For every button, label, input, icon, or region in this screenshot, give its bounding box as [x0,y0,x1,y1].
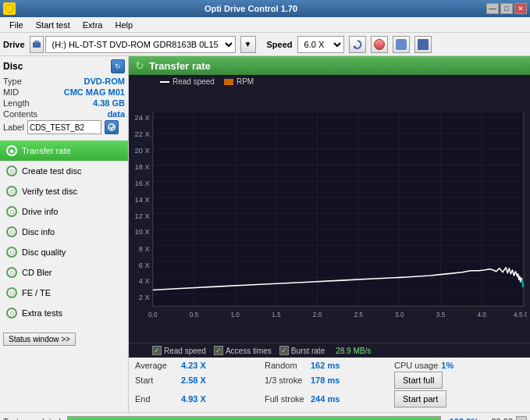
stat-stroke1: 1/3 stroke 178 ms [265,372,394,389]
label-button[interactable] [105,120,119,134]
menu-help[interactable]: Help [108,19,139,31]
svg-text:2 X: 2 X [139,294,150,301]
drive-info-icon: ○ [6,206,17,217]
cb-read-speed[interactable]: ✓ Read speed [152,346,206,355]
stats-area: Average 4.23 X Random 162 ms CPU usage 1… [129,358,530,412]
cb-access-times-box[interactable]: ✓ [214,346,223,355]
svg-text:2.0: 2.0 [313,311,322,319]
stat-cpu: CPU usage 1% [394,361,524,370]
label-input[interactable] [27,120,101,134]
svg-text:2.5: 2.5 [354,311,363,319]
window-title: Opti Drive Control 1.70 [16,4,486,13]
stats-row-2: Start 2.58 X 1/3 stroke 178 ms Start ful… [135,372,524,389]
nav-transfer-rate[interactable]: ● Transfer rate [0,141,128,161]
nav-fe-te-label: FE / TE [22,288,51,297]
close-button[interactable]: ✕ [514,3,527,14]
cb-burst-rate[interactable]: ✓ Burst rate [279,346,325,355]
stat-full-stroke: Full stroke 244 ms [265,390,394,408]
random-label: Random [265,361,308,370]
erase-button[interactable] [371,36,388,53]
stat-end: End 4.93 X [135,390,265,408]
nav-verify-test-disc[interactable]: ○ Verify test disc [0,181,128,201]
settings-button[interactable] [393,36,410,53]
svg-text:3.5: 3.5 [436,311,446,319]
minimize-button[interactable]: — [486,3,499,14]
menu-start-test[interactable]: Start test [30,19,76,31]
stroke1-value: 178 ms [311,376,340,385]
save-button[interactable] [414,36,432,53]
nav-verify-test-disc-label: Verify test disc [22,187,77,196]
cb-burst-rate-check: ✓ [281,347,287,354]
status-bar: Test completed 100.0% 00:03 [0,412,530,420]
fe-te-icon: ○ [6,287,17,298]
nav-transfer-rate-label: Transfer rate [22,146,71,155]
maximize-button[interactable]: □ [500,3,513,14]
disc-mid-row: MID CMC MAG M01 [3,87,125,97]
start-part-button[interactable]: Start part [394,390,446,408]
nav-create-test-disc[interactable]: ○ Create test disc [0,161,128,181]
status-icon [516,416,527,421]
nav-disc-info-label: Disc info [22,227,55,237]
mid-label: MID [3,87,19,97]
nav-drive-info[interactable]: ○ Drive info [0,201,128,222]
drive-arrow-button[interactable]: ▼ [240,36,256,53]
start-full-button[interactable]: Start full [394,372,443,389]
chart-checkboxes: ✓ Read speed ✓ Access times ✓ Burst rate [129,343,530,358]
svg-rect-2 [34,41,39,43]
status-window-button[interactable]: Status window >> [3,333,76,346]
svg-text:16 X: 16 X [135,180,150,187]
chart-svg: 24 X 22 X 20 X 18 X 16 X 14 X 12 X 10 X … [132,88,527,343]
nav-disc-quality-label: Disc quality [22,247,66,257]
svg-text:24 X: 24 X [135,114,150,122]
disc-refresh-button[interactable]: ↻ [111,59,125,73]
disc-info-icon: ○ [6,226,17,237]
stroke1-label: 1/3 stroke [265,376,308,385]
menu-extra[interactable]: Extra [76,19,109,31]
length-label: Length [3,98,30,108]
chart-container: Read speed RPM 24 X 22 X 20 X 1 [129,75,530,358]
speed-select[interactable]: 6.0 X [297,36,344,53]
svg-text:0.5: 0.5 [190,311,199,319]
end-value: 4.93 X [181,394,206,404]
cb-access-times-label: Access times [226,347,272,355]
cb-read-speed-label: Read speed [164,347,206,355]
nav-disc-info[interactable]: ○ Disc info [0,222,128,242]
cpu-label: CPU usage [394,361,438,370]
cb-access-times[interactable]: ✓ Access times [214,346,272,355]
chart-legend: Read speed RPM [129,75,530,88]
refresh-button[interactable] [349,36,366,53]
svg-text:1.0: 1.0 [230,311,240,319]
app-icon [3,2,16,15]
nav-disc-quality[interactable]: ○ Disc quality [0,242,128,262]
cb-read-speed-box[interactable]: ✓ [152,346,162,355]
cb-burst-rate-box[interactable]: ✓ [279,346,289,355]
legend-read-label: Read speed [173,77,215,86]
cb-read-speed-check: ✓ [154,347,160,354]
disc-length-row: Length 4.38 GB [3,98,125,108]
window-controls: — □ ✕ [486,3,527,14]
drive-select[interactable]: (H:) HL-DT-ST DVD-ROM GDR8163B 0L15 [45,36,236,53]
nav-cd-bler[interactable]: ○ CD Bler [0,262,128,283]
nav-create-test-disc-label: Create test disc [22,166,81,176]
svg-text:4.0: 4.0 [477,311,486,319]
svg-text:22 X: 22 X [135,130,150,138]
nav-fe-te[interactable]: ○ FE / TE [0,283,128,303]
nav-extra-tests[interactable]: ○ Extra tests [0,303,128,323]
svg-rect-18 [153,112,524,306]
menu-file[interactable]: File [3,19,30,31]
menu-bar: File Start test Extra Help [0,17,530,33]
legend-rpm: RPM [224,77,254,86]
svg-text:0.0: 0.0 [148,311,158,319]
right-panel: ↻ Transfer rate Read speed RPM [129,56,530,412]
stat-average: Average 4.23 X [135,361,265,370]
stats-row-3: End 4.93 X Full stroke 244 ms Start part [135,390,524,408]
stats-row-1: Average 4.23 X Random 162 ms CPU usage 1… [135,361,524,370]
legend-read-speed: Read speed [160,77,215,86]
nav-drive-info-label: Drive info [22,207,58,216]
speed-label: Speed [267,40,293,49]
panel-title: Transfer rate [149,60,211,72]
disc-type-row: Type DVD-ROM [3,77,125,86]
svg-text:20 X: 20 X [135,147,150,155]
svg-rect-1 [33,42,41,48]
progress-text: 100.0% [447,417,478,421]
